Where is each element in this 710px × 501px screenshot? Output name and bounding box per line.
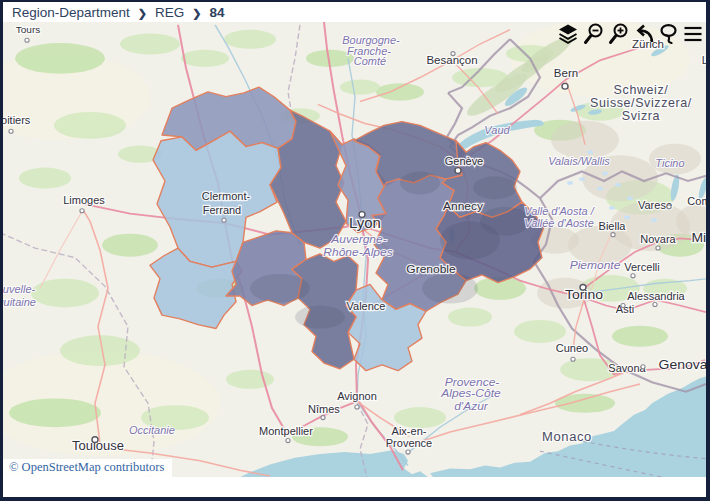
back-button[interactable] [630,19,655,49]
map-label: Piemonte [570,258,621,271]
breadcrumb-item-current: 84 [210,5,225,20]
map-label: Avignon [337,391,377,403]
map-label: Novara [640,233,675,245]
map-label: Ticino [655,157,684,169]
map-label: Auvergne- [330,233,386,246]
map-label: Lyon [349,215,381,231]
map-label: Milano [691,231,706,246]
lasso-icon [656,22,680,46]
map-label: Tours [16,25,41,36]
map-label: d'Azur [454,399,489,412]
map-label: Rhône-Alpes [323,245,393,258]
map-label: Genova [659,357,706,372]
map-label: Li [702,54,706,66]
back-arrow-icon [631,22,655,46]
map-canvas[interactable]: Bourgogne-Franche-ComtéAuvergne-Rhône-Al… [3,22,706,477]
map-label: Nîmes [308,403,340,415]
map-label: Valais/Wallis [548,155,610,167]
chevron-right-icon: ❯ [138,6,147,19]
layers-button[interactable] [555,19,580,49]
map-label: Monaco [542,429,592,444]
map-label: Cuneo [556,343,588,355]
map-label: Genève [445,155,484,167]
map-label: Provence [386,438,432,450]
zoom-in-icon [606,22,630,46]
map-label: Ferrand [203,204,242,216]
map-label: Valle d'Aosta / [524,206,595,218]
map-label: Schweiz/ [614,83,669,97]
breadcrumb-item-reg[interactable]: REG [155,5,184,20]
basemap-svg: Bourgogne-Franche-ComtéAuvergne-Rhône-Al… [3,22,706,477]
osm-attribution-link[interactable]: © OpenStreetMap contributors [3,459,172,477]
map-label: Aix-en- [392,425,427,437]
map-label: Besançon [426,54,477,66]
map-label: Montpellier [259,425,313,437]
map-label: Varese [638,199,672,211]
map-label: Vercelli [624,261,659,273]
map-label: Svizra [622,109,660,123]
map-label: Comté [354,55,386,67]
zoom-out-button[interactable] [580,19,605,49]
map-label: Biella [599,220,626,232]
map-label: Como [687,195,706,207]
map-label: Limoges [63,194,105,206]
map-label: Bern [554,67,578,79]
map-label: Occitanie [129,424,175,436]
map-label: Grenoble [406,262,456,275]
map-label: Clermont- [202,190,251,202]
map-label: Vaud [484,124,510,136]
map-label: Alessandria [627,290,684,302]
map-label: Savona [608,362,645,374]
chevron-right-icon: ❯ [192,6,201,19]
map-label: Nouvelle- [3,283,36,295]
zoom-in-button[interactable] [605,19,630,49]
map-label: Aquitaine [3,297,36,309]
map-toolbar [555,19,705,49]
map-label: Valence [347,301,386,313]
menu-button[interactable] [680,19,705,49]
lasso-button[interactable] [655,19,680,49]
layers-icon [556,22,580,46]
map-window: Region-Department ❯ REG ❯ 84 Bourgogne-F… [0,0,710,501]
zoom-out-icon [581,22,605,46]
map-label: Alpes-Côte [440,387,501,400]
map-label: Vallée d'Aoste [524,217,594,229]
hamburger-menu-icon [681,22,705,46]
breadcrumb-item-region-department[interactable]: Region-Department [12,5,130,20]
map-label: Annecy [443,199,483,212]
map-label: Poitiers [3,114,30,126]
